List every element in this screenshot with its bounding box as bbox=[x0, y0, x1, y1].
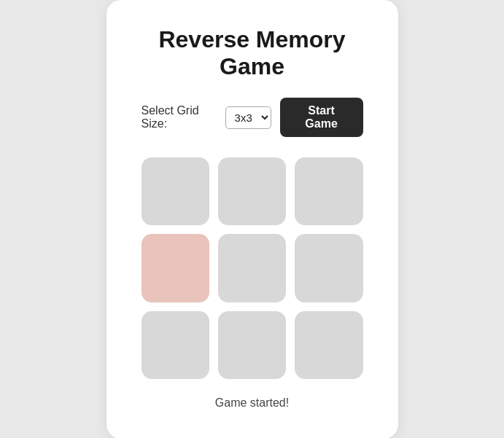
grid-cell[interactable] bbox=[218, 311, 286, 379]
grid-size-label: Select Grid Size: bbox=[141, 104, 217, 130]
game-grid bbox=[141, 157, 363, 379]
page-title: Reverse Memory Game bbox=[141, 26, 363, 80]
grid-cell[interactable] bbox=[141, 311, 209, 379]
grid-cell[interactable] bbox=[141, 234, 209, 302]
game-card: Reverse Memory Game Select Grid Size: 3x… bbox=[106, 0, 398, 438]
controls-bar: Select Grid Size: 3x34x45x5 Start Game bbox=[141, 98, 363, 137]
grid-size-select[interactable]: 3x34x45x5 bbox=[225, 106, 271, 129]
grid-cell[interactable] bbox=[218, 234, 286, 302]
grid-cell[interactable] bbox=[295, 311, 363, 379]
grid-cell[interactable] bbox=[295, 157, 363, 225]
start-game-button[interactable]: Start Game bbox=[280, 98, 363, 137]
status-text: Game started! bbox=[215, 396, 289, 410]
grid-cell[interactable] bbox=[141, 157, 209, 225]
grid-cell[interactable] bbox=[295, 234, 363, 302]
grid-cell[interactable] bbox=[218, 157, 286, 225]
